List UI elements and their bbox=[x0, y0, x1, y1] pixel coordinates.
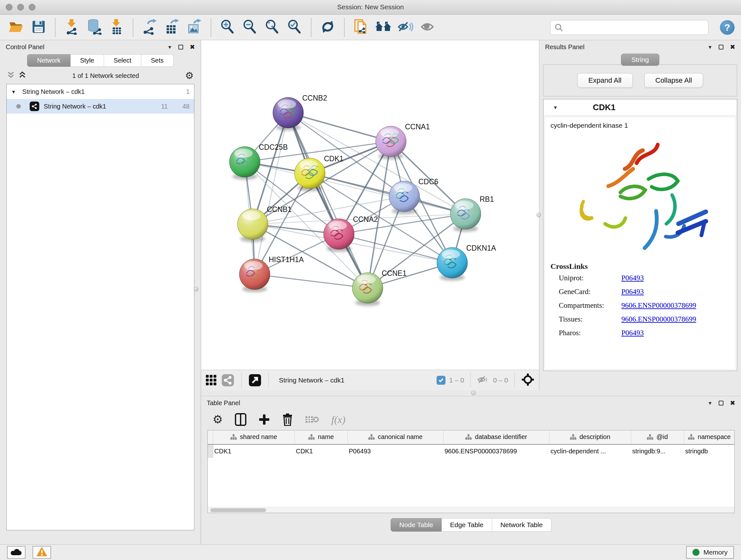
first-neighbors-button[interactable] bbox=[374, 17, 393, 37]
network-edge[interactable] bbox=[288, 113, 391, 141]
cloud-status-button[interactable] bbox=[7, 546, 25, 559]
tab-sets[interactable]: Sets bbox=[141, 54, 174, 67]
table-cell[interactable]: cyclin-dependent ... bbox=[549, 444, 631, 458]
column-header[interactable]: namespace bbox=[684, 430, 735, 444]
tab-edge-table[interactable]: Edge Table bbox=[442, 518, 492, 532]
zoom-in-button[interactable] bbox=[218, 17, 238, 37]
table-cell[interactable]: P06493 bbox=[347, 444, 443, 458]
horizontal-divider[interactable] bbox=[201, 390, 741, 396]
column-header[interactable]: database identifier bbox=[443, 430, 549, 444]
table-horizontal-scrollbar[interactable] bbox=[208, 507, 734, 513]
warnings-button[interactable] bbox=[32, 546, 51, 559]
search-input[interactable] bbox=[550, 20, 709, 35]
table-cell[interactable]: CDK1 bbox=[213, 444, 294, 458]
table-cell[interactable]: 9606.ENSP00000378699 bbox=[443, 444, 549, 458]
crosslink-link[interactable]: P06493 bbox=[621, 274, 644, 282]
crosslink-link[interactable]: 9606.ENSP00000378699 bbox=[621, 301, 696, 310]
save-session-button[interactable] bbox=[29, 17, 49, 37]
network-node[interactable]: HIST1H1A bbox=[239, 255, 304, 292]
zoom-fit-button[interactable] bbox=[262, 17, 282, 37]
show-all-button[interactable] bbox=[418, 17, 438, 37]
gene-collapse-icon[interactable]: ▼ bbox=[553, 105, 558, 110]
collection-expander-icon[interactable]: ▼ bbox=[11, 89, 16, 95]
show-columns-icon[interactable] bbox=[235, 413, 246, 426]
network-node[interactable]: RB1 bbox=[450, 195, 494, 232]
new-network-from-selection-button[interactable] bbox=[351, 17, 371, 37]
node-table[interactable]: shared namenamecanonical namedatabase id… bbox=[207, 430, 735, 513]
panel-menu-icon[interactable]: ▼ bbox=[708, 44, 712, 50]
column-header[interactable]: shared name bbox=[213, 430, 294, 444]
table-row[interactable]: CDK1CDK1P064939606.ENSP00000378699cyclin… bbox=[208, 444, 735, 458]
tab-select[interactable]: Select bbox=[104, 54, 141, 67]
network-node[interactable]: CDC25B bbox=[229, 143, 288, 180]
table-options-gear-icon[interactable]: ⚙ bbox=[212, 414, 223, 425]
tab-node-table[interactable]: Node Table bbox=[391, 518, 442, 532]
crosslink-link[interactable]: P06493 bbox=[621, 329, 644, 337]
panel-close-icon[interactable]: ✖ bbox=[730, 44, 735, 50]
collapse-all-icon[interactable] bbox=[7, 71, 15, 80]
grid-view-icon[interactable] bbox=[205, 374, 217, 386]
crosslink-link[interactable]: 9606.ENSP00000378699 bbox=[621, 315, 696, 323]
tab-string[interactable]: String bbox=[621, 54, 660, 66]
horizontal-divider-grip[interactable] bbox=[471, 390, 476, 395]
apply-layout-button[interactable] bbox=[318, 17, 338, 37]
column-header[interactable]: @id bbox=[631, 430, 684, 444]
network-node[interactable]: CCNE1 bbox=[352, 269, 407, 306]
crosslink-link[interactable]: P06493 bbox=[621, 288, 644, 296]
tab-network-table[interactable]: Network Table bbox=[492, 518, 551, 532]
table-cell[interactable]: stringdb:9... bbox=[631, 444, 684, 458]
help-button[interactable]: ? bbox=[720, 20, 735, 35]
network-edge[interactable] bbox=[310, 173, 466, 214]
export-network-button[interactable] bbox=[140, 17, 159, 37]
hidden-eye-icon[interactable] bbox=[477, 375, 489, 386]
gene-header[interactable]: ▼ CDK1 bbox=[543, 99, 737, 116]
tab-network[interactable]: Network bbox=[27, 54, 70, 67]
network-node[interactable]: CCNB2 bbox=[273, 94, 327, 131]
left-divider-grip[interactable] bbox=[194, 287, 199, 292]
import-network-file-button[interactable] bbox=[62, 17, 82, 37]
import-table-button[interactable] bbox=[107, 17, 126, 37]
birdseye-view-icon[interactable] bbox=[521, 373, 535, 388]
network-options-gear-icon[interactable]: ⚙ bbox=[185, 71, 194, 80]
right-divider-grip[interactable] bbox=[536, 212, 541, 217]
row-selector-cell[interactable] bbox=[208, 444, 213, 458]
scrollbar-thumb[interactable] bbox=[210, 508, 266, 512]
panel-menu-icon[interactable]: ▼ bbox=[708, 400, 712, 406]
network-edge[interactable] bbox=[255, 274, 367, 288]
panel-close-icon[interactable]: ✖ bbox=[190, 44, 195, 50]
network-node[interactable]: CCNA1 bbox=[376, 123, 430, 159]
import-network-database-button[interactable] bbox=[84, 17, 104, 37]
open-session-button[interactable] bbox=[6, 17, 26, 37]
collapse-all-button[interactable]: Collapse All bbox=[644, 73, 703, 88]
hide-selected-button[interactable] bbox=[396, 17, 415, 37]
tab-style[interactable]: Style bbox=[71, 54, 104, 67]
open-in-new-window-icon[interactable] bbox=[249, 374, 261, 387]
panel-float-icon[interactable] bbox=[719, 45, 724, 50]
expand-all-icon[interactable] bbox=[18, 71, 26, 80]
network-view-share-icon[interactable] bbox=[221, 374, 234, 387]
delete-column-icon[interactable] bbox=[282, 413, 293, 426]
panel-menu-icon[interactable]: ▼ bbox=[167, 44, 172, 50]
table-cell[interactable]: CDK1 bbox=[294, 444, 347, 458]
panel-float-icon[interactable] bbox=[719, 401, 724, 406]
network-row-selected[interactable]: String Network – cdk1 11 48 bbox=[7, 99, 194, 114]
zoom-selected-button[interactable] bbox=[285, 17, 305, 37]
export-table-button[interactable] bbox=[162, 17, 182, 37]
memory-button[interactable]: Memory bbox=[686, 546, 734, 559]
add-column-icon[interactable] bbox=[259, 414, 270, 425]
panel-float-icon[interactable] bbox=[179, 45, 183, 50]
network-collection-row[interactable]: ▼ String Network – cdk1 1 bbox=[7, 84, 194, 99]
network-edge[interactable] bbox=[255, 113, 288, 274]
selected-nodes-checkbox[interactable] bbox=[436, 376, 446, 385]
network-node[interactable]: CCNB1 bbox=[238, 205, 292, 242]
column-header[interactable]: description bbox=[549, 430, 631, 444]
column-header[interactable]: canonical name bbox=[347, 430, 443, 444]
network-node[interactable]: CDK1 bbox=[294, 154, 343, 191]
network-canvas[interactable]: CCNB2CCNA1CDC25BCDK1CDC6RB1CCNB1CCNA2CDK… bbox=[201, 40, 539, 370]
export-image-button[interactable] bbox=[185, 17, 204, 37]
expand-all-button[interactable]: Expand All bbox=[577, 73, 633, 88]
network-node[interactable]: CDKN1A bbox=[437, 244, 496, 281]
zoom-out-button[interactable] bbox=[240, 17, 260, 37]
panel-close-icon[interactable]: ✖ bbox=[730, 400, 735, 406]
column-header[interactable]: name bbox=[294, 430, 347, 444]
